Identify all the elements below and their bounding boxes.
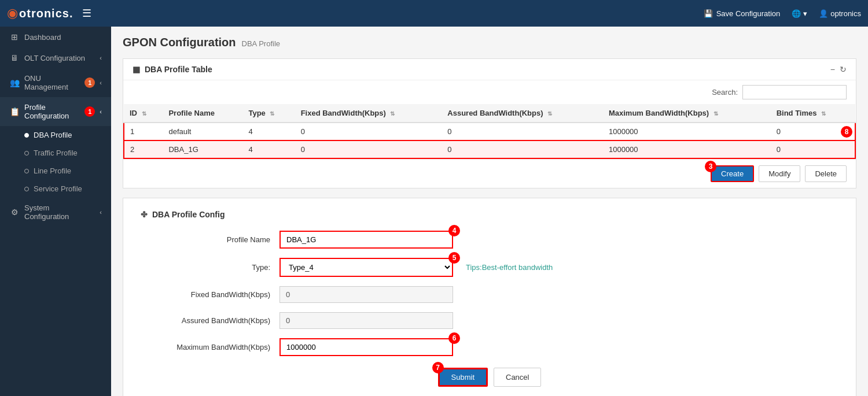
type-select[interactable]: Type_1 Type_2 Type_3 Type_4 Type_5 <box>279 258 453 277</box>
chevron-icon: ‹ <box>100 54 102 61</box>
cell-max-bw: 1000000 <box>603 140 771 158</box>
sidebar-item-olt-config[interactable]: 🖥 OLT Configuration ‹ <box>0 47 111 68</box>
cell-profile-name: DBA_1G <box>163 140 242 158</box>
page-title: GPON Configuration <box>123 36 236 49</box>
cell-bind-times: 0 8 <box>771 123 855 140</box>
logo: ◉ otronics. <box>7 6 73 21</box>
col-type: Type ⇅ <box>242 104 295 123</box>
page-header: GPON Configuration DBA Profile <box>123 36 856 49</box>
save-config-button[interactable]: 💾 Save Configuration <box>704 9 781 18</box>
search-area: Search: <box>123 80 856 104</box>
chevron-icon: ‹ <box>100 79 102 86</box>
table-actions: 3 Create Modify Delete <box>123 159 856 188</box>
dba-form-card: ForoISP ✤ DBA Profile Config Profile Nam… <box>123 198 856 396</box>
dba-profile-label: DBA Profile <box>34 131 72 139</box>
hamburger-icon[interactable]: ☰ <box>82 7 91 20</box>
max-bw-label: Maximum BandWidth(Kbps) <box>141 343 279 351</box>
username: optronics <box>830 9 861 18</box>
col-max-bw: Maximum BandWidth(Kbps) ⇅ <box>603 104 771 123</box>
fixed-bw-input <box>279 286 453 303</box>
cell-bind-times: 0 <box>771 140 855 158</box>
profile-name-row: Profile Name 4 <box>141 231 838 249</box>
user-menu[interactable]: 👤 optronics <box>819 9 861 18</box>
card-actions: − ↻ <box>830 65 847 74</box>
table-wrapper: ID ⇅ Profile Name Type ⇅ Fixed BandWidth… <box>123 104 856 159</box>
sidebar-item-onu-mgmt[interactable]: 👥 ONU Management 1 ‹ <box>0 68 111 97</box>
dba-profile-table: ID ⇅ Profile Name Type ⇅ Fixed BandWidth… <box>123 104 856 159</box>
row1-badge: 8 <box>841 126 852 138</box>
col-fixed-bw: Fixed BandWidth(Kbps) ⇅ <box>295 104 442 123</box>
cell-id: 2 <box>124 140 163 158</box>
assured-bw-label: Assured BandWidth(Kbps) <box>141 316 279 325</box>
cell-max-bw: 1000000 <box>603 123 771 140</box>
dot-icon <box>24 151 29 156</box>
service-profile-label: Service Profile <box>34 184 82 193</box>
col-profile-name: Profile Name <box>163 104 242 123</box>
dba-table-card: ▦ DBA Profile Table − ↻ Search: ID <box>123 58 856 188</box>
breadcrumb: DBA Profile <box>242 39 280 48</box>
cell-assured-bw: 0 <box>442 140 603 158</box>
cell-fixed-bw: 0 <box>295 140 442 158</box>
refresh-button[interactable]: ↻ <box>840 65 847 74</box>
search-input[interactable] <box>742 85 847 99</box>
submit-button[interactable]: Submit <box>438 368 488 387</box>
traffic-profile-label: Traffic Profile <box>34 149 78 157</box>
col-bind-times: Bind Times ⇅ <box>771 104 855 123</box>
system-icon: ⚙ <box>9 208 20 217</box>
sidebar-item-dashboard[interactable]: ⊞ Dashboard <box>0 27 111 47</box>
language-selector[interactable]: 🌐 ▾ <box>792 9 807 18</box>
sidebar-item-service-profile[interactable]: Service Profile <box>0 180 111 198</box>
globe-chevron: ▾ <box>803 9 807 18</box>
globe-icon: 🌐 <box>792 9 801 18</box>
submit-badge: 7 <box>432 362 444 373</box>
type-row: Type: 5 Type_1 Type_2 Type_3 Type_4 Type… <box>141 258 838 277</box>
profile-icon: 📋 <box>9 107 20 116</box>
table-row[interactable]: 1 default 4 0 0 1000000 0 8 <box>124 123 855 140</box>
form-title-text: DBA Profile Config <box>152 210 225 219</box>
user-icon: 👤 <box>819 9 828 18</box>
max-bw-row: Maximum BandWidth(Kbps) 6 <box>141 338 838 356</box>
content-area: GPON Configuration DBA Profile ▦ DBA Pro… <box>111 27 868 396</box>
sidebar: ⊞ Dashboard 🖥 OLT Configuration ‹ 👥 ONU … <box>0 27 111 396</box>
cell-assured-bw: 0 <box>442 123 603 140</box>
onu-icon: 👥 <box>9 78 20 87</box>
logo-icon: ◉ <box>7 6 18 21</box>
fixed-bw-label: Fixed BandWidth(Kbps) <box>141 290 279 299</box>
profile-name-label: Profile Name <box>141 235 279 244</box>
dot-icon <box>24 187 29 191</box>
cancel-button[interactable]: Cancel <box>494 368 541 387</box>
minimize-button[interactable]: − <box>830 65 835 74</box>
modify-button[interactable]: Modify <box>759 165 800 182</box>
delete-button[interactable]: Delete <box>805 165 847 182</box>
cell-type: 4 <box>242 123 295 140</box>
sidebar-item-dba-profile[interactable]: DBA Profile <box>0 126 111 144</box>
olt-icon: 🖥 <box>9 53 20 62</box>
sidebar-item-profile-config[interactable]: 📋 Profile Configuration 1 ‹ <box>0 97 111 126</box>
form-icon: ✤ <box>141 210 148 219</box>
table-row[interactable]: 2 DBA_1G 4 0 0 1000000 0 <box>124 140 855 158</box>
line-profile-label: Line Profile <box>34 166 71 175</box>
dot-icon <box>24 169 29 173</box>
form-section-title: ✤ DBA Profile Config <box>141 210 838 219</box>
assured-bw-input <box>279 312 453 329</box>
cell-fixed-bw: 0 <box>295 123 442 140</box>
create-button[interactable]: Create <box>711 165 754 182</box>
form-actions: 7 Submit Cancel <box>141 368 838 387</box>
logo-text: otronics. <box>19 7 73 20</box>
type-label: Type: <box>141 263 279 272</box>
sidebar-item-line-profile[interactable]: Line Profile <box>0 162 111 180</box>
search-label: Search: <box>712 88 738 97</box>
cell-type: 4 <box>242 140 295 158</box>
cell-id: 1 <box>124 123 163 140</box>
onu-badge: 1 <box>84 77 95 88</box>
sidebar-item-traffic-profile[interactable]: Traffic Profile <box>0 144 111 162</box>
sidebar-item-label: System Configuration <box>24 203 95 221</box>
profile-name-input[interactable] <box>279 231 453 249</box>
max-bw-input[interactable] <box>279 338 453 356</box>
card-title: ▦ DBA Profile Table <box>133 65 212 74</box>
sidebar-item-label: ONU Management <box>24 74 80 91</box>
col-assured-bw: Assured BandWidth(Kbps) ⇅ <box>442 104 603 123</box>
sidebar-item-label: Profile Configuration <box>24 103 80 120</box>
sidebar-item-system-config[interactable]: ⚙ System Configuration ‹ <box>0 198 111 227</box>
field5-badge: 5 <box>448 252 460 264</box>
